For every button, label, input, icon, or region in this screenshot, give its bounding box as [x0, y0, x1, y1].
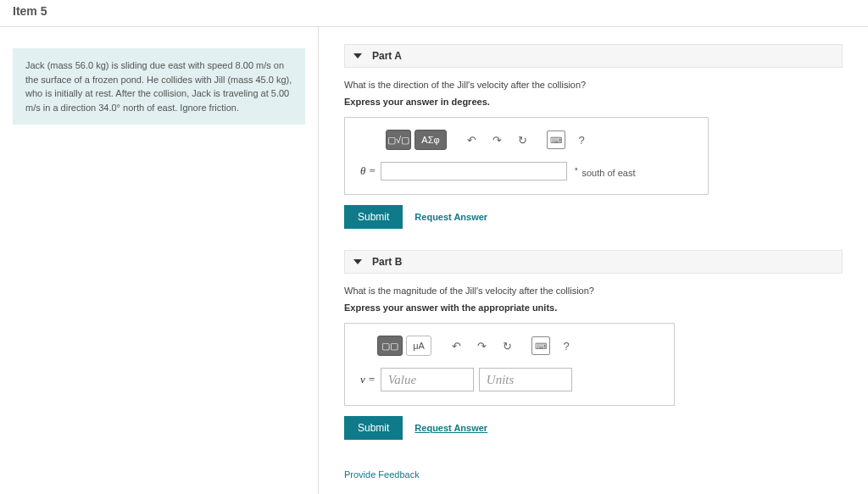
help-icon[interactable]: ?: [557, 336, 576, 355]
part-a-question: What is the direction of the Jill's velo…: [344, 80, 843, 90]
part-a-input-row: θ = ∘ south of east: [360, 162, 693, 180]
provide-feedback-link[interactable]: Provide Feedback: [344, 469, 420, 480]
symbols-button[interactable]: ΑΣφ: [415, 130, 447, 150]
part-b-submit-row: Submit Request Answer: [344, 416, 843, 440]
part-a-submit-button[interactable]: Submit: [344, 205, 403, 229]
reset-icon[interactable]: ↻: [498, 336, 516, 355]
units-button[interactable]: μA: [406, 336, 431, 356]
template-button[interactable]: ▢▢: [377, 336, 403, 356]
part-b-toolbar: ▢▢ μA ↶ ↷ ↻ ⌨ ?: [377, 336, 659, 356]
help-icon[interactable]: ?: [572, 130, 591, 149]
part-a-header[interactable]: Part A: [344, 44, 843, 68]
undo-icon[interactable]: ↶: [447, 336, 465, 355]
undo-icon[interactable]: ↶: [462, 130, 481, 149]
part-b-body: What is the magnitude of the Jill's velo…: [344, 286, 843, 461]
part-a-unit: ∘ south of east: [572, 165, 635, 178]
part-a-submit-row: Submit Request Answer: [344, 205, 843, 229]
item-title: Item 5: [0, 0, 868, 27]
part-b-header[interactable]: Part B: [344, 250, 843, 274]
caret-down-icon: [353, 259, 362, 264]
part-a-instruction: Express your answer in degrees.: [344, 97, 843, 107]
part-a-answer-box: ▢√▢ ΑΣφ ↶ ↷ ↻ ⌨ ? θ = ∘ south of east: [344, 117, 709, 195]
part-a-body: What is the direction of the Jill's velo…: [344, 80, 843, 250]
redo-icon[interactable]: ↷: [487, 130, 506, 149]
reset-icon[interactable]: ↻: [513, 130, 531, 149]
redo-icon[interactable]: ↷: [472, 336, 491, 355]
part-b-request-link[interactable]: Request Answer: [415, 423, 487, 433]
part-b-variable: v =: [360, 373, 376, 386]
left-column: Jack (mass 56.0 kg) is sliding due east …: [0, 27, 318, 494]
template-button[interactable]: ▢√▢: [386, 130, 411, 150]
part-b-units-input[interactable]: Units: [479, 368, 572, 391]
part-a-variable: θ =: [360, 164, 376, 178]
part-a-request-link[interactable]: Request Answer: [415, 212, 487, 222]
part-b-answer-box: ▢▢ μA ↶ ↷ ↻ ⌨ ? v = Value Units: [344, 323, 675, 406]
caret-down-icon: [353, 53, 362, 58]
right-column: Part A What is the direction of the Jill…: [318, 27, 868, 494]
problem-statement: Jack (mass 56.0 kg) is sliding due east …: [13, 48, 305, 125]
part-b-submit-button[interactable]: Submit: [344, 416, 403, 440]
part-b-value-input[interactable]: Value: [381, 368, 474, 391]
part-a-input[interactable]: [381, 162, 567, 180]
part-b-input-row: v = Value Units: [360, 368, 659, 391]
part-b-label: Part B: [372, 256, 402, 268]
keyboard-icon[interactable]: ⌨: [547, 130, 565, 149]
keyboard-icon[interactable]: ⌨: [531, 336, 550, 355]
part-b-question: What is the magnitude of the Jill's velo…: [344, 286, 843, 296]
part-a-toolbar: ▢√▢ ΑΣφ ↶ ↷ ↻ ⌨ ?: [386, 130, 693, 150]
part-a-label: Part A: [372, 50, 402, 62]
part-b-instruction: Express your answer with the appropriate…: [344, 303, 843, 313]
